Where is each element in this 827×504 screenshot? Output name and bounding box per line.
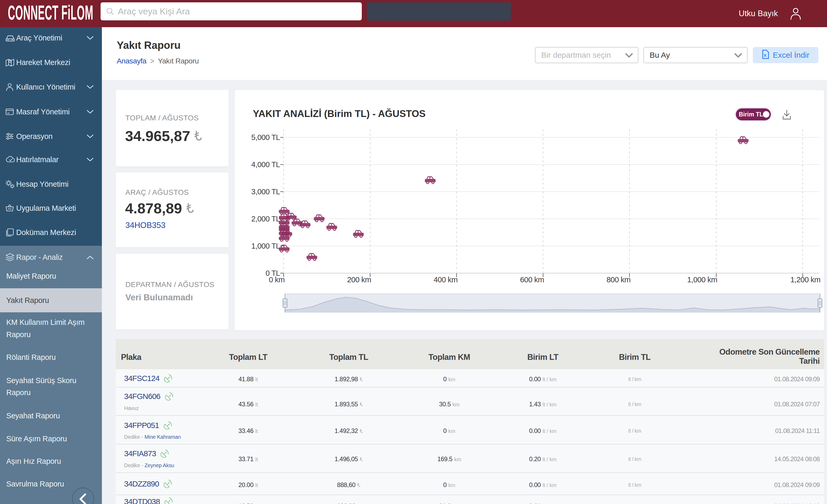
svg-text:1,200 km: 1,200 km <box>790 275 821 284</box>
svg-text:600 km: 600 km <box>520 275 544 284</box>
svg-text:1,000 km: 1,000 km <box>687 275 717 284</box>
svg-text:1,000 TL: 1,000 TL <box>251 242 280 250</box>
svg-text:5,000 TL: 5,000 TL <box>251 133 280 142</box>
svg-text:4,000 TL: 4,000 TL <box>251 160 280 169</box>
svg-text:400 km: 400 km <box>434 275 458 284</box>
svg-text:200 km: 200 km <box>347 275 371 284</box>
svg-text:800 km: 800 km <box>606 275 631 284</box>
svg-text:0 km: 0 km <box>269 275 285 284</box>
svg-text:3,000 TL: 3,000 TL <box>251 188 280 196</box>
svg-text:YAKIT ANALİZİ (Birim TL) - AĞU: YAKIT ANALİZİ (Birim TL) - AĞUSTOS <box>253 108 426 119</box>
svg-text:x: x <box>764 52 766 58</box>
svg-text:Birim TL: Birim TL <box>739 111 763 118</box>
svg-text:2,000 TL: 2,000 TL <box>251 215 280 223</box>
